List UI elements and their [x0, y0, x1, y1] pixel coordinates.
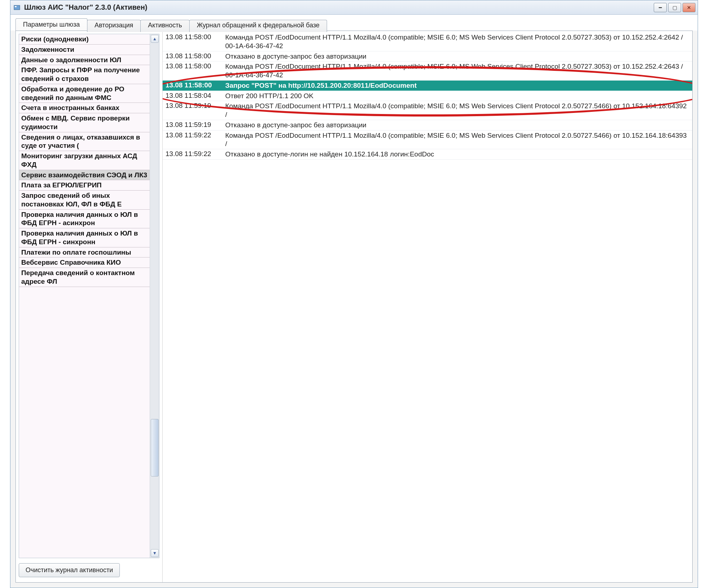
tab-0[interactable]: Параметры шлюза [15, 18, 87, 31]
sidebar-item-12[interactable]: Проверка наличия данных о ЮЛ в ФБД ЕГРН … [19, 210, 150, 229]
log-message: Ответ 200 HTTP/1.1 200 OK [224, 91, 692, 101]
log-row-3[interactable]: 13.08 11:58:00Запрос "POST" на http://10… [163, 81, 692, 91]
log-message: Команда POST /EodDocument HTTP/1.1 Mozil… [224, 131, 692, 149]
log-message: Отказано в доступе-запрос без авторизаци… [224, 120, 692, 130]
tab-2[interactable]: Активность [140, 20, 190, 32]
sidebar-item-15[interactable]: Вебсервис Справочника КИО [19, 257, 150, 268]
log-message: Команда POST /EodDocument HTTP/1.1 Mozil… [224, 32, 692, 51]
window-buttons: ━ ▢ ✕ [654, 3, 695, 12]
sidebar-item-0[interactable]: Риски (однодневки) [19, 34, 150, 45]
log-time: 13.08 11:59:19 [163, 101, 224, 110]
log-message: Команда POST /EodDocument HTTP/1.1 Mozil… [224, 61, 692, 80]
log-row-6[interactable]: 13.08 11:59:19Отказано в доступе-запрос … [163, 120, 692, 131]
sidebar-scrollbar[interactable]: ▲ ▼ [150, 34, 159, 558]
sidebar-item-10[interactable]: Плата за ЕГРЮЛ/ЕГРИП [19, 180, 150, 191]
log-time: 13.08 11:58:00 [163, 32, 224, 42]
log-message: Запрос "POST" на http://10.251.200.20:80… [224, 81, 692, 91]
app-icon [13, 3, 21, 12]
minimize-button[interactable]: ━ [654, 3, 667, 12]
log-row-2[interactable]: 13.08 11:58:00Команда POST /EodDocument … [163, 61, 692, 81]
log-message: Отказано в доступе-запрос без авторизаци… [224, 51, 692, 61]
log-message: Команда POST /EodDocument HTTP/1.1 Mozil… [224, 101, 692, 120]
log-time: 13.08 11:59:22 [163, 149, 224, 159]
window-title: Шлюз АИС "Налог" 2.3.0 (Активен) [24, 3, 654, 12]
svg-rect-1 [15, 6, 17, 7]
log-time: 13.08 11:58:00 [163, 81, 224, 90]
sidebar-item-16[interactable]: Передача сведений о контактном адресе ФЛ [19, 268, 150, 287]
sidebar-item-4[interactable]: Обработка и доведение до РО сведений по … [19, 84, 150, 103]
close-button[interactable]: ✕ [683, 3, 695, 12]
clear-log-button[interactable]: Очистить журнал активности [19, 563, 120, 577]
sidebar-item-1[interactable]: Задолженности [19, 45, 150, 55]
sidebar-item-14[interactable]: Платежи по оплате госпошлины [19, 247, 150, 258]
tabs-bar: Параметры шлюзаАвторизацияАктивностьЖурн… [10, 15, 698, 31]
log-row-0[interactable]: 13.08 11:58:00Команда POST /EodDocument … [163, 32, 692, 51]
tab-3[interactable]: Журнал обращений к федеральной базе [189, 20, 327, 32]
sidebar-item-6[interactable]: Обмен с МВД. Сервис проверки судимости [19, 113, 150, 132]
log-row-1[interactable]: 13.08 11:58:00Отказано в доступе-запрос … [163, 51, 692, 62]
sidebar-item-3[interactable]: ПФР. Запросы к ПФР на получение сведений… [19, 65, 150, 84]
log-message: Отказано в доступе-логин не найден 10.15… [224, 149, 692, 159]
log-row-4[interactable]: 13.08 11:58:04Ответ 200 HTTP/1.1 200 OK [163, 91, 692, 101]
scroll-down-button[interactable]: ▼ [151, 549, 159, 557]
sidebar-item-5[interactable]: Счета в иностранных банках [19, 103, 150, 113]
scroll-up-button[interactable]: ▲ [151, 35, 159, 43]
sidebar-item-8[interactable]: Мониторинг загрузки данных АСД ФХД [19, 151, 150, 170]
sidebar-listbox[interactable]: Риски (однодневки)ЗадолженностиДанные о … [19, 34, 159, 558]
log-time: 13.08 11:58:04 [163, 91, 224, 100]
log-row-8[interactable]: 13.08 11:59:22Отказано в доступе-логин н… [163, 149, 692, 160]
titlebar: Шлюз АИС "Налог" 2.3.0 (Активен) ━ ▢ ✕ [10, 0, 698, 15]
sidebar-item-11[interactable]: Запрос сведений об иных постановках ЮЛ, … [19, 191, 150, 210]
log-time: 13.08 11:58:00 [163, 61, 224, 71]
sidebar-item-13[interactable]: Проверка наличия данных о ЮЛ в ФБД ЕГРН … [19, 228, 150, 247]
sidebar-item-7[interactable]: Сведения о лицах, отказавшихся в суде от… [19, 132, 150, 151]
sidebar-item-9[interactable]: Сервис взаимодействия СЭОД и ЛК3 [19, 170, 150, 181]
log-time: 13.08 11:59:22 [163, 131, 224, 140]
log-row-5[interactable]: 13.08 11:59:19Команда POST /EodDocument … [163, 101, 692, 120]
tab-1[interactable]: Авторизация [87, 20, 141, 32]
scroll-thumb[interactable] [151, 419, 159, 477]
sidebar-item-2[interactable]: Данные о задолженности ЮЛ [19, 55, 150, 65]
app-window: Шлюз АИС "Налог" 2.3.0 (Активен) ━ ▢ ✕ П… [10, 0, 698, 588]
log-time: 13.08 11:58:00 [163, 51, 224, 61]
svg-rect-0 [14, 5, 20, 10]
activity-log[interactable]: 13.08 11:58:00Команда POST /EodDocument … [163, 31, 692, 582]
maximize-button[interactable]: ▢ [668, 3, 681, 12]
log-row-7[interactable]: 13.08 11:59:22Команда POST /EodDocument … [163, 131, 692, 150]
log-time: 13.08 11:59:19 [163, 120, 224, 129]
content-panel: Риски (однодневки)ЗадолженностиДанные о … [15, 31, 693, 583]
sidebar-panel: Риски (однодневки)ЗадолженностиДанные о … [16, 31, 163, 582]
